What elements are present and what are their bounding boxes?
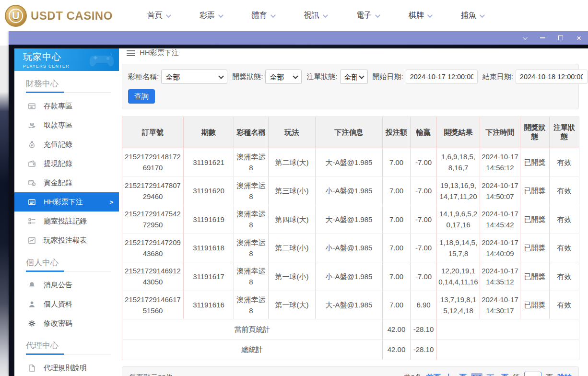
draw-status-filter-label: 開獎狀態: (232, 72, 263, 82)
chevron-down-icon (270, 12, 276, 17)
wallet-icon (28, 160, 36, 168)
end-date-input[interactable] (516, 70, 588, 84)
sidebar-item[interactable]: 充值記錄 (14, 135, 119, 154)
table-cell: 澳洲幸运8 (234, 148, 269, 177)
nav-item-6[interactable]: 棋牌 (409, 11, 431, 21)
sidebar-item[interactable]: 玩家投注報表 (14, 231, 119, 250)
table-cell: 已開獎 (520, 234, 550, 262)
table-cell: 1,18,9,14,5,15,7,8 (437, 234, 480, 262)
table-cell: 有效 (550, 176, 579, 205)
table-cell: -7.00 (411, 234, 437, 262)
table-cell: 2152172914691243050 (122, 262, 184, 291)
main-content: HH彩票下注 彩種名稱: 全部 開獎狀態: 全部 注單狀態: 全部 開始日期: (119, 48, 588, 376)
column-header: 注單狀態 (550, 117, 579, 148)
table-cell: -7.00 (411, 148, 437, 177)
jump-link[interactable]: 跳转 (557, 373, 572, 376)
sidebar-item-label: 存款專區 (44, 102, 72, 111)
deposit-card-icon (28, 102, 36, 110)
table-cell: 31191618 (184, 234, 234, 262)
hamburger-icon[interactable] (127, 50, 135, 56)
lottery-bets-icon (28, 198, 36, 206)
nav-item-7[interactable]: 捕魚 (461, 11, 483, 21)
next-page-link[interactable]: 下一页 (487, 373, 508, 376)
start-date-label: 開始日期: (373, 72, 403, 82)
table-cell: 2024-10-17 14:50:07 (480, 176, 520, 205)
sidebar-item-label: 廳室投註記錄 (44, 217, 87, 226)
sidebar-section-title: 個人中心 (26, 257, 119, 268)
sidebar-item[interactable]: 取款專區 (14, 116, 119, 135)
order-status-select[interactable]: 全部 (340, 70, 368, 84)
sidebar: 玩家中心 PLAYERS CENTER 財務中心存款專區取款專區充值記錄提現記錄… (14, 48, 119, 376)
window-titlebar: × (9, 31, 588, 45)
table-cell: -7.00 (411, 176, 437, 205)
nav-item-3[interactable]: 體育 (252, 11, 274, 21)
sidebar-item-label: 消息公告 (44, 281, 72, 290)
nav-item-label: 捕魚 (461, 11, 476, 21)
table-row: 215217291469124305031191617澳洲幸运8第一球(小)小-… (122, 262, 579, 291)
table-cell: 2152172914720943680 (122, 234, 184, 262)
sidebar-item[interactable]: 消息公告 (14, 275, 119, 294)
sidebar-item[interactable]: 代理規則說明 (14, 358, 119, 376)
window-minimize-icon[interactable] (539, 35, 546, 41)
page-title: HH彩票下注 (140, 48, 179, 58)
content-area: 彩種名稱: 全部 開獎狀態: 全部 注單狀態: 全部 開始日期: 結束日期: 查… (119, 58, 588, 376)
table-row: 215217291472094368031191618澳洲幸运8第二球(小)小-… (122, 234, 579, 262)
sidebar-item[interactable]: 資金記錄 (14, 173, 119, 192)
section-underline (26, 271, 111, 271)
bell-icon (28, 281, 36, 289)
chevron-down-icon (375, 12, 380, 17)
nav-item-2[interactable]: 彩票 (200, 11, 222, 21)
table-cell: 2152172914780729460 (122, 176, 184, 205)
table-cell: 7.00 (383, 234, 411, 262)
sidebar-item[interactable]: 存款專區 (14, 96, 119, 116)
nav-item-5[interactable]: 電子 (356, 11, 379, 21)
chevron-down-icon (480, 12, 485, 17)
table-cell: -7.00 (411, 262, 437, 291)
table-cell: 7.00 (383, 262, 411, 291)
page-background-strip (0, 46, 9, 376)
search-button[interactable]: 查詢 (128, 89, 155, 104)
summary-label: 總統計 (122, 340, 383, 360)
table-cell: 7.00 (383, 176, 411, 205)
table-cell: 第三球(小) (269, 176, 316, 205)
draw-status-select[interactable]: 全部 (265, 70, 302, 84)
person-icon (28, 300, 36, 308)
column-header: 玩法 (269, 117, 316, 148)
table-cell: 31191619 (184, 205, 234, 234)
table-cell: 已開獎 (520, 291, 550, 319)
table-cell: 2024-10-17 14:56:12 (480, 148, 520, 177)
sidebar-item[interactable]: 個人資料 (14, 294, 119, 314)
sidebar-item[interactable]: 提現記錄 (14, 154, 119, 173)
page-jump-input[interactable] (524, 372, 541, 376)
start-date-input[interactable] (406, 70, 478, 84)
column-header: 輸贏 (411, 117, 437, 148)
window-close-icon[interactable]: × (576, 35, 582, 41)
nav-item-4[interactable]: 視訊 (304, 11, 327, 21)
table-cell: 有效 (550, 291, 579, 319)
gear-icon (28, 319, 36, 328)
sidebar-item-label: HH彩票下注 (44, 198, 83, 207)
summary-winloss-total: -28.10 (411, 319, 437, 340)
table-cell: 2024-10-17 14:40:09 (480, 234, 520, 262)
nav-item-1[interactable]: 首頁 (147, 11, 170, 21)
window-maximize-icon[interactable] (557, 35, 564, 41)
sidebar-title: 玩家中心 (23, 51, 70, 63)
table-cell: 第二球(小) (269, 234, 316, 262)
summary-empty-cell (437, 319, 579, 340)
window-menu-chevron-icon[interactable] (521, 35, 528, 41)
funds-record-icon (28, 179, 36, 187)
sidebar-item[interactable]: HH彩票下注> (14, 192, 119, 212)
first-page-link[interactable]: 首页 (426, 373, 441, 376)
sidebar-item[interactable]: 修改密碼 (14, 314, 119, 333)
summary-empty-cell (437, 340, 579, 360)
lottery-select[interactable]: 全部 (161, 70, 227, 84)
logo[interactable]: U USDT CASINO (5, 5, 113, 27)
table-cell: 31191616 (184, 291, 234, 319)
withdraw-hand-icon (28, 121, 36, 129)
filter-panel: 彩種名稱: 全部 開獎狀態: 全部 注單狀態: 全部 開始日期: 結束日期: 查… (122, 64, 579, 109)
table-cell: 澳洲幸运8 (234, 291, 269, 319)
sidebar-item[interactable]: 廳室投註記錄 (14, 212, 119, 231)
prev-page-link[interactable]: 上一页 (445, 373, 467, 376)
table-cell: 2152172914754272950 (122, 205, 184, 234)
logo-coin-icon: U (5, 5, 27, 27)
